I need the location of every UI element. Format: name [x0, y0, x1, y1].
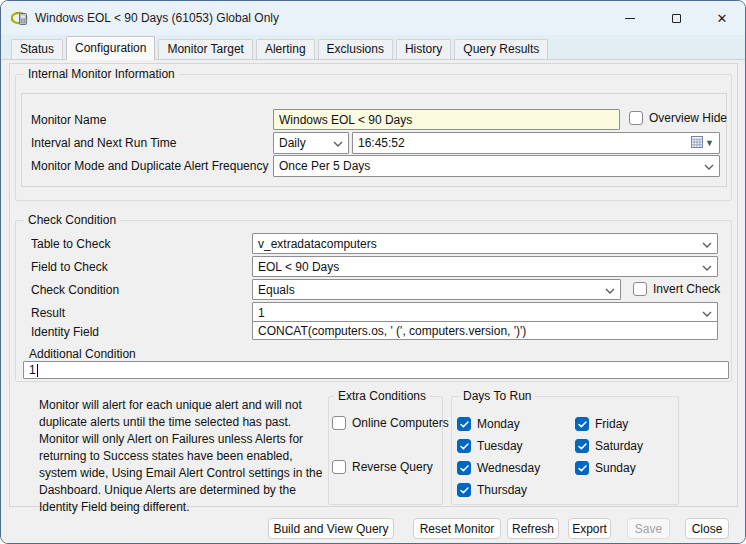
tab-configuration[interactable]: Configuration	[66, 36, 155, 60]
minimize-icon	[625, 18, 635, 19]
field-to-check-dropdown[interactable]: EOL < 90 Days	[252, 256, 718, 277]
additional-condition-label: Additional Condition	[29, 347, 136, 361]
window-title: Windows EOL < 90 Days (61053) Global Onl…	[35, 11, 279, 25]
sunday-row: Sunday	[575, 461, 636, 475]
wednesday-checkbox[interactable]	[457, 461, 471, 475]
online-computers-checkbox[interactable]	[332, 416, 346, 430]
friday-checkbox[interactable]	[575, 417, 589, 431]
identity-field-input[interactable]: CONCAT(computers.os, ' (', computers.ver…	[252, 321, 718, 340]
refresh-button[interactable]: Refresh	[507, 518, 559, 539]
maximize-button[interactable]	[653, 1, 699, 35]
monday-checkbox[interactable]	[457, 417, 471, 431]
next-run-time-picker[interactable]: 16:45:52 ▼	[352, 132, 720, 154]
identity-field-value: CONCAT(computers.os, ' (', computers.ver…	[258, 324, 712, 338]
build-and-view-query-button[interactable]: Build and View Query	[268, 518, 394, 539]
maximize-icon	[672, 14, 681, 23]
export-button[interactable]: Export	[568, 518, 611, 539]
extra-conditions-group-title: Extra Conditions	[334, 389, 430, 403]
overview-hide-checkbox[interactable]	[629, 111, 643, 125]
tab-monitor-target[interactable]: Monitor Target	[158, 39, 252, 59]
interval-value: Daily	[279, 136, 329, 150]
internal-monitor-group-title: Internal Monitor Information	[24, 67, 179, 81]
thursday-row: Thursday	[457, 483, 527, 497]
check-condition-label: Check Condition	[31, 283, 119, 297]
table-to-check-value: v_extradatacomputers	[258, 237, 698, 251]
invert-check-row: Invert Check	[633, 282, 720, 296]
monitor-mode-value: Once Per 5 Days	[279, 159, 700, 173]
invert-check-checkbox[interactable]	[633, 282, 647, 296]
check-condition-dropdown[interactable]: Equals	[252, 279, 621, 300]
save-button[interactable]: Save	[627, 518, 670, 539]
friday-row: Friday	[575, 417, 628, 431]
chevron-down-icon	[605, 283, 615, 297]
check-condition-group-title: Check Condition	[24, 213, 120, 227]
online-computers-row: Online Computers	[332, 416, 449, 430]
reset-monitor-button[interactable]: Reset Monitor	[413, 518, 501, 539]
field-to-check-label: Field to Check	[31, 260, 108, 274]
thursday-checkbox[interactable]	[457, 483, 471, 497]
reverse-query-checkbox[interactable]	[332, 460, 346, 474]
tuesday-row: Tuesday	[457, 439, 523, 453]
online-computers-label: Online Computers	[352, 416, 449, 430]
days-to-run-group-title: Days To Run	[459, 389, 535, 403]
extra-conditions-groupbox: Extra Conditions	[328, 396, 443, 505]
monitor-name-value: Windows EOL < 90 Days	[279, 113, 614, 127]
additional-condition-value: 1	[29, 363, 36, 377]
invert-check-label: Invert Check	[653, 282, 720, 296]
chevron-down-icon	[333, 136, 343, 150]
friday-label: Friday	[595, 417, 628, 431]
close-button[interactable]: ✕	[699, 1, 745, 35]
calendar-icon	[691, 136, 703, 151]
text-caret	[37, 364, 38, 377]
monitor-description-text: Monitor will alert for each unique alert…	[39, 397, 333, 516]
saturday-checkbox[interactable]	[575, 439, 589, 453]
chevron-down-icon	[702, 237, 712, 251]
overview-hide-label: Overview Hide	[649, 111, 727, 125]
wednesday-label: Wednesday	[477, 461, 540, 475]
dialog-window: Windows EOL < 90 Days (61053) Global Onl…	[0, 0, 746, 544]
dropdown-arrow-icon: ▼	[705, 139, 714, 148]
result-value: 1	[258, 306, 698, 320]
tuesday-checkbox[interactable]	[457, 439, 471, 453]
monitor-mode-dropdown[interactable]: Once Per 5 Days	[273, 155, 720, 177]
monday-label: Monday	[477, 417, 520, 431]
check-condition-value: Equals	[258, 283, 601, 297]
result-label: Result	[31, 306, 65, 320]
close-icon: ✕	[717, 12, 728, 25]
overview-hide-row: Overview Hide	[629, 111, 727, 125]
table-to-check-dropdown[interactable]: v_extradatacomputers	[252, 233, 718, 254]
app-icon	[11, 10, 29, 29]
monitor-name-label: Monitor Name	[31, 113, 106, 127]
tab-strip: Status Configuration Monitor Target Aler…	[1, 35, 745, 60]
tab-exclusions[interactable]: Exclusions	[318, 39, 393, 59]
identity-field-label: Identity Field	[31, 325, 99, 339]
close-dialog-button[interactable]: Close	[685, 518, 729, 539]
monitor-name-input[interactable]: Windows EOL < 90 Days	[273, 109, 620, 130]
monday-row: Monday	[457, 417, 520, 431]
reverse-query-label: Reverse Query	[352, 460, 433, 474]
chevron-down-icon	[704, 159, 714, 173]
tab-query-results[interactable]: Query Results	[454, 39, 548, 59]
interval-label: Interval and Next Run Time	[31, 136, 176, 150]
minimize-button[interactable]	[607, 1, 653, 35]
tuesday-label: Tuesday	[477, 439, 523, 453]
saturday-label: Saturday	[595, 439, 643, 453]
thursday-label: Thursday	[477, 483, 527, 497]
sunday-label: Sunday	[595, 461, 636, 475]
chevron-down-icon	[702, 260, 712, 274]
additional-condition-input[interactable]: 1	[23, 361, 729, 379]
chevron-down-icon	[702, 306, 712, 320]
reverse-query-row: Reverse Query	[332, 460, 433, 474]
interval-dropdown[interactable]: Daily	[273, 132, 349, 154]
sunday-checkbox[interactable]	[575, 461, 589, 475]
tab-history[interactable]: History	[396, 39, 451, 59]
tab-status[interactable]: Status	[11, 39, 63, 59]
next-run-time-value: 16:45:52	[358, 136, 691, 150]
result-dropdown[interactable]: 1	[252, 302, 718, 323]
saturday-row: Saturday	[575, 439, 643, 453]
field-to-check-value: EOL < 90 Days	[258, 260, 698, 274]
table-to-check-label: Table to Check	[31, 237, 110, 251]
tab-alerting[interactable]: Alerting	[256, 39, 315, 59]
wednesday-row: Wednesday	[457, 461, 540, 475]
monitor-mode-label: Monitor Mode and Duplicate Alert Frequen…	[31, 159, 268, 173]
